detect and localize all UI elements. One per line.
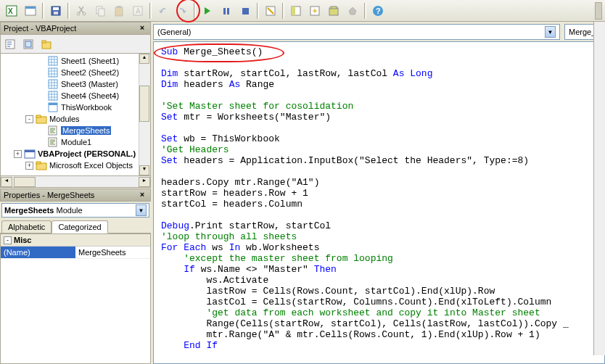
properties-grid[interactable]: - Misc (Name) MergeSheets	[0, 233, 151, 364]
properties-panel-title: Properties - MergeSheets ×	[0, 189, 151, 202]
object-combo[interactable]: (General) ▼	[153, 24, 560, 40]
cut-icon[interactable]	[73, 2, 90, 20]
svg-rect-38	[36, 115, 41, 117]
project-panel-toolbar	[0, 35, 151, 54]
project-explorer-icon[interactable]	[287, 2, 305, 20]
tree-item-label: ThisWorkbook	[61, 103, 112, 112]
folder-icon	[36, 160, 47, 170]
tree-item-label: Module1	[61, 138, 91, 146]
svg-rect-23	[331, 7, 337, 9]
help-icon[interactable]: ?	[369, 2, 387, 20]
svg-rect-34	[49, 91, 57, 100]
toolbar-grip[interactable]	[595, 2, 602, 20]
close-icon[interactable]: ×	[137, 190, 147, 200]
separator	[194, 3, 196, 19]
tree-item-label: Microsoft Excel Objects	[49, 161, 133, 170]
toolbox-icon[interactable]	[344, 2, 361, 20]
collapse-icon[interactable]: -	[4, 236, 12, 244]
tree-item[interactable]: +VBAProject (PERSONAL.)	[2, 148, 149, 160]
design-icon[interactable]	[262, 2, 279, 20]
separator	[364, 3, 366, 19]
tree-item[interactable]: ThisWorkbook	[2, 102, 149, 113]
code-editor[interactable]: Sub Merge_Sheets() Dim startRow, startCo…	[153, 41, 605, 364]
svg-rect-3	[25, 7, 36, 9]
svg-rect-33	[49, 80, 57, 88]
svg-rect-11	[115, 7, 123, 16]
svg-rect-44	[36, 162, 41, 164]
copy-icon[interactable]	[91, 2, 109, 20]
tree-item[interactable]: +Microsoft Excel Objects	[2, 160, 149, 171]
module-icon	[47, 125, 59, 136]
svg-rect-16	[227, 8, 229, 15]
tree-item[interactable]: MergeSheets	[2, 125, 149, 136]
project-tree[interactable]: Sheet1 (Sheet1)Sheet2 (Sheet2)Sheet3 (Ma…	[0, 54, 151, 176]
right-vscroll[interactable]	[593, 22, 605, 355]
tree-vscrollbar[interactable]: ▲ ▼	[139, 54, 150, 175]
excel-icon[interactable]: X	[3, 2, 20, 20]
tree-item[interactable]: Sheet2 (Sheet2)	[2, 67, 149, 78]
module-icon	[47, 137, 59, 147]
separator	[149, 3, 152, 19]
paste-icon[interactable]	[110, 2, 128, 20]
tree-item[interactable]: -Modules	[2, 113, 149, 125]
svg-text:A: A	[136, 7, 141, 15]
sheet-icon	[47, 56, 59, 66]
tree-expander[interactable]: -	[25, 115, 33, 123]
run-icon[interactable]	[199, 2, 216, 20]
properties-icon[interactable]	[306, 2, 324, 20]
tree-expander[interactable]: +	[25, 162, 33, 170]
tree-item-label: Sheet3 (Master)	[61, 80, 118, 88]
redo-icon[interactable]	[173, 2, 191, 20]
object-browser-icon[interactable]	[325, 2, 342, 20]
svg-point-8	[83, 12, 86, 15]
tree-item[interactable]: Sheet3 (Master)	[2, 78, 149, 90]
tab-categorized[interactable]: Categorized	[52, 220, 107, 233]
undo-icon[interactable]	[155, 2, 172, 20]
stop-icon[interactable]	[236, 2, 254, 20]
svg-rect-39	[49, 126, 57, 135]
svg-rect-36	[49, 103, 57, 105]
svg-rect-10	[99, 9, 104, 16]
svg-rect-5	[53, 7, 59, 10]
sheet-icon	[47, 91, 59, 101]
tree-item-label: MergeSheets	[61, 126, 111, 135]
project-panel-label: Project - VBAProject	[4, 24, 76, 33]
procedure-combo-value: Merge_	[569, 28, 596, 36]
svg-rect-17	[242, 8, 249, 15]
separator	[42, 3, 44, 19]
tree-hscrollbar[interactable]: ◄ ►	[0, 176, 151, 188]
close-icon[interactable]: ×	[137, 23, 147, 33]
view-object-icon[interactable]	[20, 36, 36, 52]
properties-object-combo[interactable]: MergeSheets Module ▼	[1, 203, 149, 218]
save-icon[interactable]	[47, 2, 65, 20]
svg-rect-20	[292, 7, 295, 15]
svg-rect-31	[49, 57, 57, 65]
svg-text:X: X	[8, 7, 13, 15]
svg-text:?: ?	[376, 7, 381, 15]
main-toolbar: X A ?	[0, 0, 605, 22]
svg-rect-6	[54, 12, 58, 15]
svg-rect-40	[49, 138, 57, 146]
properties-tabs: Alphabetic Categorized	[0, 219, 151, 233]
tab-alphabetic[interactable]: Alphabetic	[1, 220, 52, 233]
svg-rect-42	[25, 150, 35, 152]
property-row[interactable]: (Name) MergeSheets	[1, 247, 150, 259]
svg-rect-28	[25, 41, 31, 47]
view-icon[interactable]	[22, 2, 39, 20]
chevron-down-icon[interactable]: ▼	[136, 204, 147, 216]
separator	[257, 3, 259, 19]
property-category-misc[interactable]: - Misc	[1, 234, 150, 247]
chevron-down-icon[interactable]: ▼	[545, 26, 556, 38]
tree-item[interactable]: Module1	[2, 136, 149, 148]
tree-item-label: Sheet1 (Sheet1)	[61, 57, 119, 65]
folder-toggle-icon[interactable]	[38, 36, 54, 52]
svg-rect-32	[49, 68, 57, 77]
property-value[interactable]: MergeSheets	[75, 247, 150, 258]
tree-item[interactable]: Sheet4 (Sheet4)	[2, 90, 149, 102]
tree-expander[interactable]: +	[14, 150, 22, 158]
tree-item[interactable]: Sheet1 (Sheet1)	[2, 55, 149, 67]
pause-icon[interactable]	[218, 2, 235, 20]
property-name: (Name)	[1, 247, 75, 258]
view-code-icon[interactable]	[2, 36, 18, 52]
find-icon[interactable]: A	[129, 2, 147, 20]
